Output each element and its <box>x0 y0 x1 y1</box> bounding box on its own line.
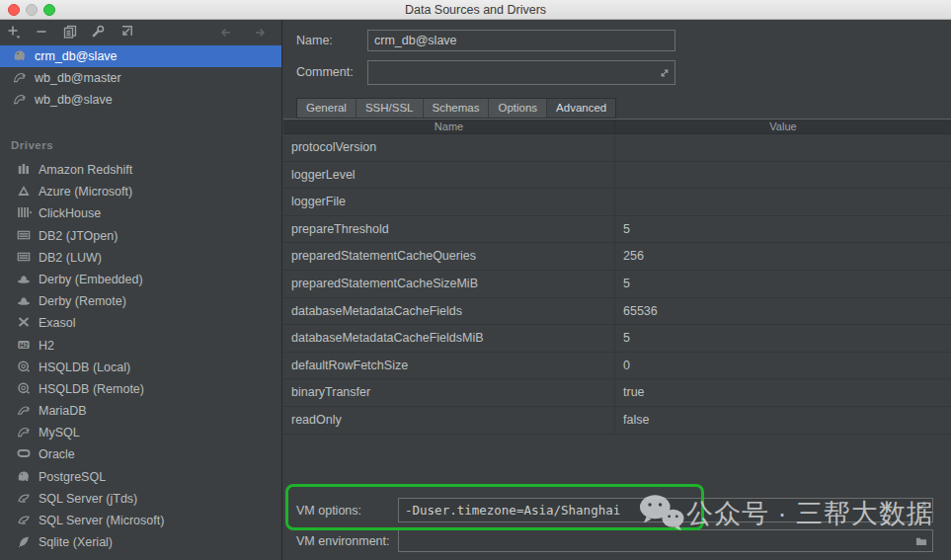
driver-label: Amazon Redshift <box>39 163 132 177</box>
table-row[interactable]: readOnlyfalse <box>283 407 951 435</box>
prop-name: readOnly <box>283 407 615 434</box>
driver-item-oracle[interactable]: Oracle <box>0 443 281 465</box>
comment-label: Comment: <box>296 65 354 79</box>
name-label: Name: <box>296 34 333 47</box>
mysql-icon <box>16 424 32 440</box>
table-row[interactable]: preparedStatementCacheQueries256 <box>283 243 951 271</box>
driver-item-h2[interactable]: H2H2 <box>0 335 281 357</box>
prop-value[interactable] <box>615 189 951 215</box>
prop-name: preparedStatementCacheSizeMiB <box>283 271 615 297</box>
table-row[interactable]: defaultRowFetchSize0 <box>283 353 951 380</box>
driver-item-sqlite-xerial[interactable]: Sqlite (Xerial) <box>0 531 281 553</box>
partial-driver-icon <box>16 555 32 560</box>
folder-icon[interactable] <box>915 535 928 547</box>
driver-label: Azure (Microsoft) <box>39 185 132 199</box>
tab-advanced[interactable]: Advanced <box>547 99 615 118</box>
driver-item-postgresql[interactable]: PostgreSQL <box>0 466 281 488</box>
driver-item-amazon-redshift[interactable]: Amazon Redshift <box>0 159 281 181</box>
datasource-item-wb_db-master[interactable]: wb_db@master <box>0 67 281 89</box>
driver-item-derby-remote[interactable]: Derby (Remote) <box>0 290 281 312</box>
prop-value[interactable]: 5 <box>615 325 951 352</box>
prop-name: databaseMetadataCacheFieldsMiB <box>283 325 615 352</box>
driver-item-azure[interactable]: Azure (Microsoft) <box>0 181 281 202</box>
postgresql-icon <box>16 468 32 484</box>
prop-value[interactable]: false <box>615 407 951 434</box>
vm-environment-label: VM environment: <box>296 534 389 548</box>
table-row[interactable]: preparedStatementCacheSizeMiB5 <box>283 271 951 298</box>
table-row[interactable]: binaryTransfertrue <box>283 379 951 407</box>
add-icon[interactable] <box>6 24 24 40</box>
driver-item-exasol[interactable]: Exasol <box>0 312 281 334</box>
driver-item-db2-jtopen[interactable]: DB2 (JTOpen) <box>0 225 281 247</box>
driver-item-partial[interactable] <box>0 553 281 560</box>
driver-label: SQL Server (Microsoft) <box>39 514 164 527</box>
prop-value[interactable]: 256 <box>615 243 951 270</box>
azure-icon <box>16 183 32 199</box>
driver-label: H2 <box>39 339 54 353</box>
mariadb-icon <box>16 402 32 418</box>
import-icon[interactable] <box>119 24 136 40</box>
table-row[interactable]: databaseMetadataCacheFieldsMiB5 <box>283 325 951 353</box>
driver-item-clickhouse[interactable]: ClickHouse <box>0 202 281 224</box>
window-title: Data Sources and Drivers <box>0 3 951 17</box>
vm-options-label: VM options: <box>296 504 361 518</box>
datasource-item-wb_db-slave[interactable]: wb_db@slave <box>0 89 281 111</box>
tab-ssh-ssl[interactable]: SSH/SSL <box>357 99 424 118</box>
table-row[interactable]: databaseMetadataCacheFields65536 <box>283 298 951 326</box>
clickhouse-icon <box>16 204 32 220</box>
table-header: Name Value <box>283 119 951 134</box>
driver-item-hsqldb-local[interactable]: HSQLDB (Local) <box>0 357 281 378</box>
driver-item-derby-embedded[interactable]: Derby (Embedded) <box>0 269 281 290</box>
prop-value[interactable]: 5 <box>615 271 951 297</box>
driver-item-db2-luw[interactable]: DB2 (LUW) <box>0 247 281 269</box>
vm-environment-input[interactable] <box>398 529 933 552</box>
driver-label: Sqlite (Xerial) <box>39 535 113 549</box>
driver-label: ClickHouse <box>39 206 101 220</box>
driver-item-mariadb[interactable]: MariaDB <box>0 400 281 422</box>
table-row[interactable]: prepareThreshold5 <box>283 216 951 244</box>
titlebar: Data Sources and Drivers <box>0 0 951 20</box>
expand-icon[interactable] <box>916 500 928 512</box>
table-row[interactable]: loggerFile <box>283 189 951 216</box>
forward-icon[interactable] <box>252 25 270 40</box>
driver-item-mysql[interactable]: MySQL <box>0 422 281 443</box>
column-header-name: Name <box>283 120 615 134</box>
remove-icon[interactable] <box>34 24 51 40</box>
driver-item-hsqldb-remote[interactable]: HSQLDB (Remote) <box>0 378 281 400</box>
driver-label: HSQLDB (Local) <box>39 360 130 374</box>
driver-item-sqlserver-jtds[interactable]: SQL Server (jTds) <box>0 488 281 510</box>
sqlserver-icon <box>16 490 32 506</box>
oracle-icon <box>16 445 32 461</box>
name-input[interactable] <box>367 30 675 51</box>
exasol-icon <box>16 314 32 330</box>
driver-item-sqlserver-microsoft[interactable]: SQL Server (Microsoft) <box>0 510 281 531</box>
prop-value[interactable] <box>615 134 951 161</box>
datasource-item-crm_db-slave[interactable]: crm_db@slave <box>0 45 281 67</box>
vm-options-input[interactable] <box>398 498 933 522</box>
expand-icon[interactable] <box>659 67 671 79</box>
prop-name: protocolVersion <box>283 134 615 161</box>
prop-value[interactable] <box>615 162 951 189</box>
prop-value[interactable]: 65536 <box>615 298 951 325</box>
table-row[interactable]: protocolVersion <box>283 134 951 162</box>
redshift-icon <box>16 161 32 177</box>
prop-name: prepareThreshold <box>283 216 615 243</box>
tab-options[interactable]: Options <box>489 99 547 118</box>
tab-general[interactable]: General <box>297 99 357 118</box>
sqlite-icon <box>16 533 32 549</box>
comment-input[interactable] <box>367 60 675 85</box>
sources-panel: crm_db@slave wb_db@master wb_db@slave Dr… <box>0 20 282 560</box>
datasource-label: wb_db@master <box>35 71 121 85</box>
table-row[interactable]: loggerLevel <box>283 162 951 190</box>
prop-name: databaseMetadataCacheFields <box>283 298 615 325</box>
back-icon[interactable] <box>218 25 236 40</box>
prop-value[interactable]: 5 <box>615 216 951 243</box>
driver-label: MariaDB <box>39 404 87 418</box>
wrench-icon[interactable] <box>90 24 108 40</box>
prop-value[interactable]: 0 <box>615 353 951 379</box>
tab-schemas[interactable]: Schemas <box>424 99 490 118</box>
duplicate-icon[interactable] <box>62 24 80 40</box>
sources-toolbar <box>0 20 281 45</box>
driver-label: DB2 (JTOpen) <box>39 229 118 243</box>
prop-value[interactable]: true <box>615 379 951 406</box>
